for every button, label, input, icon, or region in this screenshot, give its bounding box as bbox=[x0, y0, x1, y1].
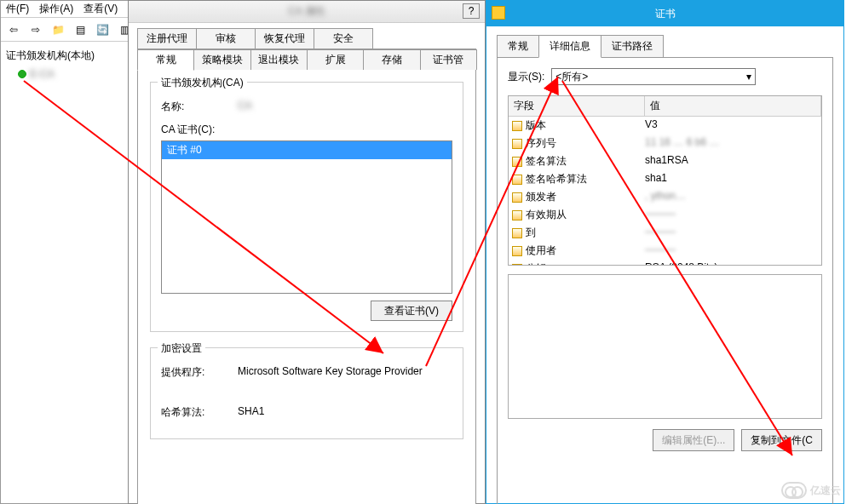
field-row[interactable]: 颁发者, ython… bbox=[509, 188, 821, 206]
field-value: V3 bbox=[645, 118, 821, 133]
tab-storage[interactable]: 存储 bbox=[363, 49, 420, 70]
field-row[interactable]: 版本V3 bbox=[509, 117, 821, 135]
ca-properties-dialog: CA 属性 ? 注册代理 审核 恢复代理 安全 常规 策略模块 退出模块 扩展 … bbox=[128, 0, 486, 504]
field-row[interactable]: 使用者——— bbox=[509, 242, 821, 260]
watermark: 亿速云 bbox=[781, 482, 841, 499]
field-icon bbox=[512, 139, 522, 149]
tab-security[interactable]: 安全 bbox=[314, 28, 373, 49]
help-button[interactable]: ? bbox=[463, 3, 480, 19]
tabs-row-1: 注册代理 审核 恢复代理 安全 bbox=[137, 28, 476, 49]
field-value: 11 16 … 6 b6 … bbox=[645, 136, 821, 151]
group-enc-title: 加密设置 bbox=[158, 341, 205, 356]
tab-cert-path[interactable]: 证书路径 bbox=[601, 35, 664, 57]
field-icon bbox=[512, 121, 522, 131]
field-row[interactable]: 公钥RSA (2048 Bits) bbox=[509, 260, 821, 266]
field-icon bbox=[512, 264, 522, 266]
field-name: 到 bbox=[526, 226, 536, 240]
field-name: 公钥 bbox=[526, 261, 546, 266]
tree-item-label: E-CA bbox=[30, 68, 55, 80]
tab-general[interactable]: 常规 bbox=[137, 49, 194, 71]
field-icon bbox=[512, 192, 522, 203]
dialog-title: CA 属性 bbox=[288, 4, 325, 19]
chevron-down-icon: ▾ bbox=[746, 71, 751, 83]
field-name: 签名算法 bbox=[526, 154, 567, 169]
field-value: , ython… bbox=[645, 190, 821, 204]
field-row[interactable]: 签名哈希算法sha1 bbox=[509, 170, 821, 188]
tab-cert-mgr[interactable]: 证书管 bbox=[420, 49, 477, 70]
field-value: ——— bbox=[645, 208, 821, 222]
menu-view[interactable]: 查看(V) bbox=[83, 2, 118, 16]
field-value: sha1 bbox=[645, 172, 821, 186]
tab-policy-module[interactable]: 策略模块 bbox=[193, 49, 250, 70]
ca-cert-label: CA 证书(C): bbox=[161, 123, 452, 137]
cert-title-bar: 证书 bbox=[486, 1, 843, 26]
menu-file[interactable]: 件(F) bbox=[6, 2, 29, 16]
field-value: RSA (2048 Bits) bbox=[645, 261, 821, 266]
watermark-text: 亿速云 bbox=[810, 484, 841, 498]
tab-exit-module[interactable]: 退出模块 bbox=[250, 49, 308, 70]
fields-listview[interactable]: 字段 值 版本V3序列号11 16 … 6 b6 …签名算法sha1RSA签名哈… bbox=[508, 95, 822, 266]
back-icon[interactable]: ⇦ bbox=[4, 20, 23, 39]
provider-label: 提供程序: bbox=[161, 365, 238, 380]
check-icon bbox=[18, 70, 26, 78]
field-icon bbox=[512, 228, 522, 238]
field-icon bbox=[512, 210, 522, 220]
field-name: 签名哈希算法 bbox=[526, 172, 587, 186]
field-name: 使用者 bbox=[526, 243, 556, 258]
field-name: 有效期从 bbox=[526, 208, 567, 222]
field-value: ——— bbox=[645, 243, 821, 258]
group-encryption: 加密设置 提供程序: Microsoft Software Key Storag… bbox=[150, 347, 463, 439]
copy-to-file-button[interactable]: 复制到文件(C bbox=[741, 429, 822, 451]
refresh-icon[interactable]: 🔄 bbox=[93, 20, 112, 39]
col-field-header[interactable]: 字段 bbox=[509, 96, 645, 116]
cert-tabs: 常规 详细信息 证书路径 bbox=[497, 35, 833, 58]
show-select[interactable]: <所有> ▾ bbox=[551, 68, 756, 85]
forward-icon[interactable]: ⇨ bbox=[26, 20, 45, 39]
field-icon bbox=[512, 157, 522, 167]
field-icon bbox=[512, 175, 522, 185]
tab-cert-general[interactable]: 常规 bbox=[497, 35, 539, 57]
show-label: 显示(S): bbox=[508, 70, 544, 84]
tab-recovery-agent[interactable]: 恢复代理 bbox=[255, 28, 314, 49]
field-name: 版本 bbox=[526, 118, 546, 133]
view-cert-button[interactable]: 查看证书(V) bbox=[371, 301, 452, 321]
show-select-value: <所有> bbox=[555, 70, 588, 84]
properties-icon[interactable]: ▤ bbox=[71, 20, 89, 39]
field-value: sha1RSA bbox=[645, 154, 821, 169]
certificate-icon bbox=[492, 6, 505, 20]
folder-icon[interactable]: 📁 bbox=[49, 20, 67, 39]
field-row[interactable]: 到——— bbox=[509, 224, 821, 242]
watermark-logo-icon bbox=[781, 482, 807, 499]
tab-enroll-agent[interactable]: 注册代理 bbox=[137, 28, 197, 49]
group-ca-title: 证书颁发机构(CA) bbox=[158, 76, 247, 90]
dialog-title-bar: CA 属性 ? bbox=[129, 1, 485, 23]
cert-title: 证书 bbox=[655, 7, 676, 21]
field-value: ——— bbox=[645, 226, 821, 240]
name-value: CA bbox=[238, 100, 252, 114]
tabs-row-2: 常规 策略模块 退出模块 扩展 存储 证书管 bbox=[137, 49, 476, 70]
field-row[interactable]: 有效期从——— bbox=[509, 206, 821, 224]
field-detail-box bbox=[508, 274, 822, 419]
group-ca: 证书颁发机构(CA) 名称: CA CA 证书(C): 证书 #0 查看证书(V… bbox=[150, 82, 463, 332]
certificate-dialog: 证书 常规 详细信息 证书路径 显示(S): <所有> ▾ 字段 值 版本V3序… bbox=[486, 0, 844, 504]
tab-extensions[interactable]: 扩展 bbox=[307, 49, 364, 70]
field-row[interactable]: 序列号11 16 … 6 b6 … bbox=[509, 135, 821, 152]
name-label: 名称: bbox=[161, 100, 238, 114]
mmc-tree: 证书颁发机构(本地) E-CA bbox=[1, 42, 129, 484]
col-value-header[interactable]: 值 bbox=[645, 96, 821, 116]
hash-value: SHA1 bbox=[238, 405, 264, 420]
field-row[interactable]: 签名算法sha1RSA bbox=[509, 152, 821, 170]
menu-action[interactable]: 操作(A) bbox=[39, 2, 73, 16]
provider-value: Microsoft Software Key Storage Provider bbox=[238, 365, 423, 380]
tree-root[interactable]: 证书颁发机构(本地) bbox=[4, 45, 124, 66]
field-icon bbox=[512, 246, 522, 256]
tree-item-ca[interactable]: E-CA bbox=[4, 66, 124, 82]
ca-cert-list[interactable]: 证书 #0 bbox=[161, 140, 452, 294]
edit-properties-button: 编辑属性(E)... bbox=[653, 429, 734, 451]
field-name: 序列号 bbox=[526, 136, 556, 151]
tab-cert-details[interactable]: 详细信息 bbox=[538, 35, 601, 58]
ca-cert-item-0[interactable]: 证书 #0 bbox=[162, 141, 452, 159]
tab-audit[interactable]: 审核 bbox=[196, 28, 256, 49]
hash-label: 哈希算法: bbox=[161, 405, 238, 420]
field-name: 颁发者 bbox=[526, 190, 556, 204]
